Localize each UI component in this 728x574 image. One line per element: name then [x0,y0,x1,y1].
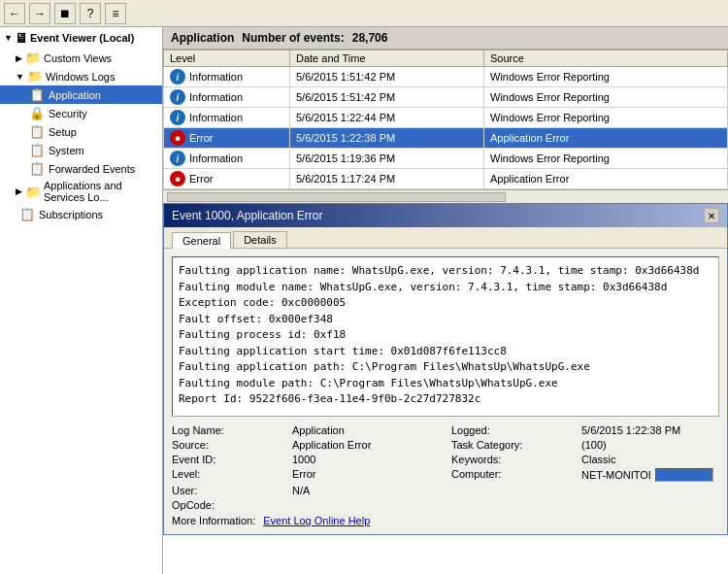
toolbar-stop-button[interactable]: ⏹ [54,3,76,24]
tab-general[interactable]: General [172,232,231,249]
expand-icon-as: ▶ [16,186,22,196]
cell-level: iInformation [164,149,290,169]
user-label: User: [172,485,288,496]
table-row[interactable]: iInformation5/6/2015 1:51:42 PMWindows E… [164,87,728,108]
detail-title-bar: Event 1000, Application Error ✕ [164,204,727,227]
sidebar-root-label: Event Viewer (Local) [30,32,134,44]
cell-level: iInformation [164,108,290,128]
keywords-value: Classic [581,454,719,465]
sidebar-custom-views-folder[interactable]: ▶ 📁 Custom Views [0,49,162,67]
expand-icon: ▶ [16,53,22,63]
detail-description[interactable]: Faulting application name: WhatsUpG.exe,… [172,256,719,417]
sidebar-security-label: Security [49,108,87,119]
error-icon: ● [170,171,185,186]
sidebar: 🖥 Event Viewer (Local) ▶ 📁 Custom Views … [0,27,163,574]
cell-source: Windows Error Reporting [484,67,728,87]
toolbar-forward-button[interactable]: → [29,3,50,24]
logged-label: Logged: [451,424,578,436]
table-row[interactable]: iInformation5/6/2015 1:19:36 PMWindows E… [164,149,728,169]
tab-details[interactable]: Details [233,231,287,248]
sidebar-item-security[interactable]: 🔒 Security [0,104,162,122]
sidebar-item-setup[interactable]: 📋 Setup [0,122,162,141]
sidebar-item-forwarded[interactable]: 📋 Forwarded Events [0,159,162,178]
source-value: Application Error [292,439,447,451]
table-row[interactable]: iInformation5/6/2015 1:51:42 PMWindows E… [164,67,728,87]
event-log-online-help-link[interactable]: Event Log Online Help [263,515,370,526]
toolbar-back-button[interactable]: ← [4,3,25,24]
toolbar: ← → ⏹ ? ≡ [0,0,728,27]
task-cat-label: Task Category: [451,439,578,451]
event-list-title: Application [171,31,234,45]
sidebar-item-label: Custom Views [44,52,112,64]
table-row[interactable]: ●Error5/6/2015 1:22:38 PMApplication Err… [164,128,728,149]
cell-date: 5/6/2015 1:19:36 PM [290,149,484,169]
col-level[interactable]: Level [164,51,290,67]
cell-level: ●Error [164,169,290,189]
opcode-value [292,499,447,511]
cell-source: Application Error [484,169,728,189]
sidebar-item-system[interactable]: 📋 System [0,141,162,159]
info-icon: i [170,69,185,84]
content-area: Application Number of events: 28,706 Lev… [163,27,728,574]
cell-date: 5/6/2015 1:51:42 PM [290,67,484,87]
cell-level: iInformation [164,67,290,87]
sidebar-application-label: Application [49,89,101,101]
sidebar-forwarded-label: Forwarded Events [49,163,135,175]
detail-content: Faulting application name: WhatsUpG.exe,… [164,249,727,534]
task-cat-value: (100) [581,439,719,451]
computer-value: NET-MONITOI [581,468,719,482]
event-table-container: Level Date and Time Source iInformation5… [163,50,728,189]
col-source[interactable]: Source [484,51,728,67]
detail-tabs: General Details [164,227,727,249]
sidebar-item-application[interactable]: 📋 Application [0,85,162,104]
event-count-label: Number of events: [242,31,344,45]
level-value: Error [292,468,447,482]
detail-fields: Log Name: Application Logged: 5/6/2015 1… [172,424,719,511]
keywords-label: Keywords: [451,454,578,465]
sidebar-setup-label: Setup [49,126,77,138]
log-name-value: Application [292,424,447,436]
cell-date: 5/6/2015 1:51:42 PM [290,87,484,108]
detail-title: Event 1000, Application Error [172,209,322,222]
close-button[interactable]: ✕ [704,208,719,223]
user-value: N/A [292,485,447,496]
cell-date: 5/6/2015 1:17:24 PM [290,169,484,189]
event-count: 28,706 [352,31,388,45]
event-id-value: 1000 [292,454,447,465]
sidebar-root[interactable]: 🖥 Event Viewer (Local) [0,27,162,49]
info-icon: i [170,110,185,125]
toolbar-help-button[interactable]: ? [80,3,101,24]
main-container: 🖥 Event Viewer (Local) ▶ 📁 Custom Views … [0,27,728,574]
log-name-label: Log Name: [172,424,288,436]
table-row[interactable]: iInformation5/6/2015 1:22:44 PMWindows E… [164,108,728,128]
more-info-row: More Information: Event Log Online Help [172,515,719,526]
horizontal-scrollbar[interactable] [163,189,728,203]
detail-text: Faulting application name: WhatsUpG.exe,… [179,264,699,405]
toolbar-menu-button[interactable]: ≡ [105,3,126,24]
sidebar-item-subscriptions[interactable]: 📋 Subscriptions [0,205,162,223]
opcode-label: OpCode: [172,499,288,511]
event-list-header: Application Number of events: 28,706 [163,27,728,50]
expand-icon-wl: ▼ [16,72,24,82]
level-label: Level: [172,468,288,482]
sidebar-apps-label: Applications and Services Lo... [44,180,158,203]
info-icon: i [170,151,185,166]
cell-date: 5/6/2015 1:22:38 PM [290,128,484,149]
event-table: Level Date and Time Source iInformation5… [163,50,728,189]
sidebar-windows-logs-folder[interactable]: ▼ 📁 Windows Logs [0,67,162,85]
cell-source: Windows Error Reporting [484,108,728,128]
sidebar-windows-logs-label: Windows Logs [46,71,116,83]
col-datetime[interactable]: Date and Time [290,51,484,67]
cell-level: ●Error [164,128,290,149]
cell-source: Windows Error Reporting [484,87,728,108]
sidebar-apps-services-folder[interactable]: ▶ 📁 Applications and Services Lo... [0,178,162,205]
logged-value: 5/6/2015 1:22:38 PM [581,424,719,436]
cell-source: Application Error [484,128,728,149]
source-label: Source: [172,439,288,451]
error-icon: ● [170,130,185,146]
table-row[interactable]: ●Error5/6/2015 1:17:24 PMApplication Err… [164,169,728,189]
detail-dialog: Event 1000, Application Error ✕ General … [163,203,728,535]
cell-source: Windows Error Reporting [484,149,728,169]
info-icon: i [170,89,185,105]
computer-label: Computer: [451,468,578,482]
